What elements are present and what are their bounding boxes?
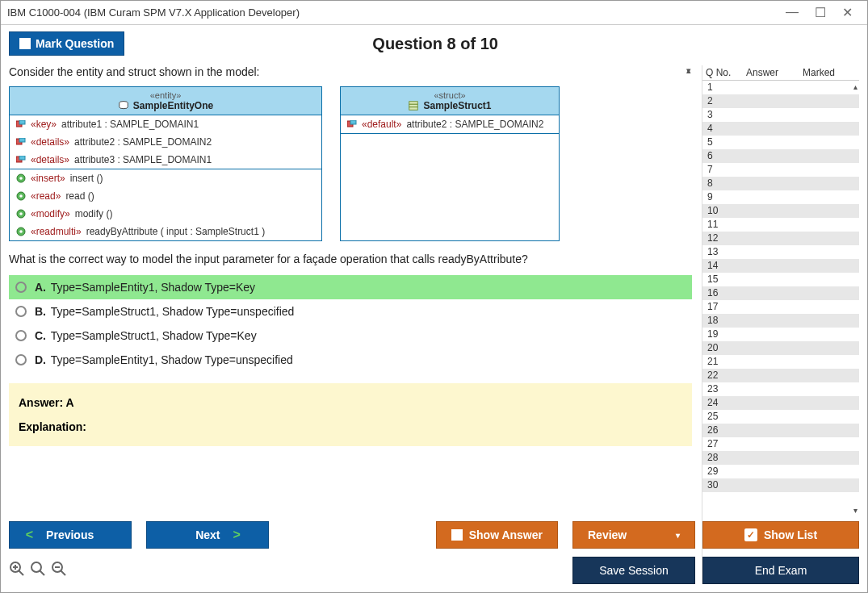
chevron-down-icon: ▾ — [676, 531, 680, 540]
zoom-out-icon[interactable] — [51, 561, 67, 579]
mark-question-button[interactable]: Mark Question — [9, 31, 124, 56]
option-c[interactable]: C. Type=SampleStruct1, Shadow Type=Key — [9, 324, 692, 348]
entity-op: «insert» insert () — [10, 169, 321, 187]
zoom-icon[interactable] — [30, 561, 46, 579]
option-b[interactable]: B. Type=SampleStruct1, Shadow Type=unspe… — [9, 299, 692, 324]
check-icon: ✓ — [744, 528, 757, 541]
struct-header: «struct» SampleStruct1 — [341, 87, 559, 115]
qlist-row[interactable]: 14 — [702, 259, 859, 273]
explanation-label: Explanation: — [19, 420, 682, 433]
qlist-row[interactable]: 4 — [702, 122, 859, 136]
main-area: ▴ Consider the entity and struct shown i… — [9, 65, 859, 584]
qlist-row[interactable]: 19 — [702, 328, 859, 341]
op-icon — [16, 227, 26, 236]
qlist-row[interactable]: 15 — [702, 273, 859, 286]
zoom-in-icon[interactable] — [9, 561, 25, 579]
save-session-button[interactable]: Save Session — [572, 557, 695, 584]
qlist-row[interactable]: 29 — [702, 465, 859, 478]
scroll-up-icon[interactable]: ▴ — [853, 82, 858, 91]
attr-icon — [16, 120, 26, 128]
qlist-row[interactable]: 20 — [702, 341, 859, 355]
qlist-row[interactable]: 12 — [702, 232, 859, 245]
qlist-row[interactable]: 8 — [702, 177, 859, 190]
titlebar: IBM C1000-004 (IBM Curam SPM V7.X Applic… — [1, 1, 867, 25]
radio-icon — [15, 330, 27, 341]
question-list-panel: Q No. Answer Marked ▴ ▾ 1234567891011121… — [702, 65, 859, 584]
question-scroll[interactable]: ▴ Consider the entity and struct shown i… — [9, 65, 695, 521]
uml-diagram: «entity» SampleEntityOne «key» attribute… — [9, 86, 692, 241]
qlist-row[interactable]: 27 — [702, 437, 859, 451]
window-title: IBM C1000-004 (IBM Curam SPM V7.X Applic… — [7, 6, 786, 19]
qlist-row[interactable]: 22 — [702, 369, 859, 382]
op-icon — [16, 209, 26, 219]
qlist-row[interactable]: 3 — [702, 108, 859, 122]
qlist-row[interactable]: 28 — [702, 451, 859, 465]
entity-attrs: «key» attribute1 : SAMPLE_DOMAIN1 «detai… — [10, 115, 321, 169]
radio-icon — [15, 282, 27, 293]
scroll-down-icon[interactable]: ▾ — [682, 65, 695, 521]
entity-attr: «details» attribute3 : SAMPLE_DOMAIN1 — [10, 151, 321, 169]
struct-name-row: SampleStruct1 — [341, 100, 559, 111]
bottom-controls: < Previous Next > Show Answer — [9, 521, 695, 584]
entity-attr: «details» attribute2 : SAMPLE_DOMAIN2 — [10, 133, 321, 151]
entity-name-row: SampleEntityOne — [10, 100, 321, 111]
entity-op: «modify» modify () — [10, 205, 321, 223]
qlist-row[interactable]: 30 — [702, 478, 859, 492]
svg-line-25 — [40, 570, 44, 575]
window-controls: — ☐ ✕ — [786, 5, 861, 20]
qlist-row[interactable]: 6 — [702, 149, 859, 163]
svg-rect-15 — [409, 102, 418, 105]
qlist-row[interactable]: 18 — [702, 314, 859, 328]
option-d[interactable]: D. Type=SampleEntity1, Shadow Type=unspe… — [9, 348, 692, 372]
svg-rect-19 — [350, 120, 356, 124]
qlist-row[interactable]: 21 — [702, 355, 859, 369]
entity-box: «entity» SampleEntityOne «key» attribute… — [9, 86, 322, 241]
op-icon — [16, 173, 26, 183]
previous-button[interactable]: < Previous — [9, 521, 132, 549]
col-answer: Answer — [746, 67, 803, 78]
options-list: A. Type=SampleEntity1, Shadow Type=Key B… — [9, 275, 692, 372]
mark-question-label: Mark Question — [36, 37, 114, 50]
col-qno: Q No. — [706, 67, 746, 78]
qlist-row[interactable]: 1 — [702, 81, 859, 94]
svg-point-8 — [19, 177, 23, 180]
review-button[interactable]: Review ▾ — [572, 521, 695, 549]
svg-rect-17 — [409, 107, 418, 111]
svg-point-10 — [19, 194, 23, 198]
svg-rect-4 — [19, 138, 25, 142]
show-answer-button[interactable]: Show Answer — [436, 521, 558, 549]
question-prompt: Consider the entity and struct shown in … — [9, 65, 692, 78]
qlist-row[interactable]: 26 — [702, 424, 859, 437]
qlist-row[interactable]: 7 — [702, 163, 859, 177]
qlist-row[interactable]: 5 — [702, 136, 859, 149]
qlist-row[interactable]: 23 — [702, 382, 859, 396]
maximize-icon[interactable]: ☐ — [815, 5, 826, 20]
qlist-row[interactable]: 25 — [702, 410, 859, 424]
qlist-body[interactable]: ▴ ▾ 123456789101112131415161718192021222… — [702, 81, 859, 516]
qlist-row[interactable]: 17 — [702, 300, 859, 314]
answer-label: Answer: A — [19, 396, 682, 409]
qlist-row[interactable]: 16 — [702, 286, 859, 300]
end-exam-button[interactable]: End Exam — [702, 557, 859, 584]
qlist-row[interactable]: 10 — [702, 204, 859, 218]
show-list-button[interactable]: ✓ Show List — [702, 521, 859, 549]
close-icon[interactable]: ✕ — [842, 5, 853, 20]
option-a[interactable]: A. Type=SampleEntity1, Shadow Type=Key — [9, 275, 692, 299]
sub-question: What is the correct way to model the inp… — [9, 253, 692, 265]
qlist-row[interactable]: 24 — [702, 396, 859, 410]
svg-point-14 — [19, 230, 23, 233]
next-button[interactable]: Next > — [146, 521, 269, 549]
radio-icon — [15, 306, 27, 317]
svg-rect-2 — [19, 120, 25, 124]
entity-op: «read» read () — [10, 187, 321, 205]
scroll-down-icon[interactable]: ▾ — [853, 506, 858, 515]
minimize-icon[interactable]: — — [786, 5, 799, 20]
qlist-row[interactable]: 9 — [702, 190, 859, 204]
qlist-row[interactable]: 11 — [702, 218, 859, 232]
svg-line-21 — [19, 570, 23, 575]
zoom-controls — [9, 554, 67, 579]
right-buttons: ✓ Show List End Exam — [702, 516, 859, 584]
struct-stereotype: «struct» — [341, 90, 559, 100]
qlist-row[interactable]: 2 — [702, 94, 859, 108]
qlist-row[interactable]: 13 — [702, 245, 859, 259]
